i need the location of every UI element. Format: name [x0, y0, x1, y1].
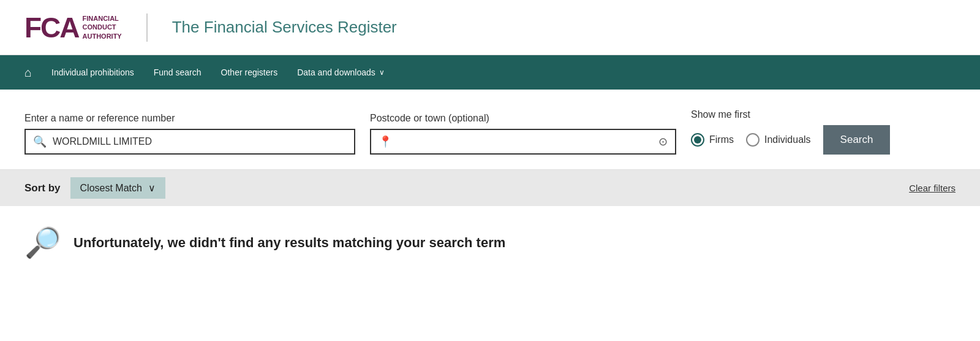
name-search-input[interactable]	[53, 136, 347, 147]
location-pin-icon: 📍	[379, 135, 392, 148]
name-search-label: Enter a name or reference number	[24, 113, 355, 124]
postcode-search-label: Postcode or town (optional)	[370, 113, 676, 124]
nav-data-downloads-chevron-icon: ∨	[379, 68, 385, 77]
postcode-input[interactable]	[398, 136, 652, 147]
radio-individuals-option[interactable]: Individuals	[746, 133, 811, 147]
fca-letters: FCA	[24, 13, 79, 42]
nav-other-registers[interactable]: Other registers	[221, 56, 278, 88]
nav-data-downloads-label: Data and downloads	[297, 67, 375, 77]
no-results-message: Unfortunately, we didn't find any result…	[74, 235, 505, 251]
no-results-icon: 🔎	[24, 226, 61, 260]
sort-chevron-icon: ∨	[148, 182, 156, 194]
radio-firms-inner	[694, 136, 701, 144]
radio-individuals-label: Individuals	[764, 134, 811, 145]
nav-home-icon[interactable]: ⌂	[24, 66, 32, 80]
search-magnifier-icon: 🔍	[33, 135, 47, 148]
filter-bar: Sort by Closest Match ∨ Clear filters	[0, 170, 980, 206]
show-me-group: Show me first Firms Individuals Search	[691, 109, 890, 155]
name-search-input-wrap: 🔍	[24, 129, 355, 155]
sort-dropdown[interactable]: Closest Match ∨	[70, 177, 165, 199]
radio-firms-option[interactable]: Firms	[691, 133, 734, 147]
radio-firms-label: Firms	[709, 134, 734, 145]
name-search-group: Enter a name or reference number 🔍	[24, 113, 355, 155]
radio-individuals-circle[interactable]	[746, 133, 760, 147]
search-area: Enter a name or reference number 🔍 Postc…	[0, 90, 980, 170]
main-nav: ⌂ Individual prohibitions Fund search Ot…	[0, 55, 980, 90]
postcode-input-wrap: 📍 ⊙	[370, 129, 676, 155]
fca-authority-text: FINANCIAL CONDUCT AUTHORITY	[83, 14, 122, 40]
register-title: The Financial Services Register	[172, 18, 397, 37]
clear-filters-button[interactable]: Clear filters	[909, 183, 956, 193]
sort-by-area: Sort by Closest Match ∨	[24, 177, 165, 199]
sort-by-label: Sort by	[24, 182, 61, 194]
nav-data-downloads-dropdown[interactable]: Data and downloads ∨	[297, 56, 385, 88]
nav-fund-search[interactable]: Fund search	[154, 56, 202, 88]
sort-selected-value: Closest Match	[80, 183, 142, 194]
results-area: 🔎 Unfortunately, we didn't find any resu…	[0, 206, 980, 280]
show-me-label: Show me first	[691, 109, 890, 120]
no-results-container: 🔎 Unfortunately, we didn't find any resu…	[24, 226, 956, 260]
search-button[interactable]: Search	[823, 125, 891, 155]
fca-logo: FCA FINANCIAL CONDUCT AUTHORITY	[24, 13, 122, 42]
radio-firms-circle[interactable]	[691, 133, 704, 147]
radio-options-row: Firms Individuals Search	[691, 125, 890, 155]
nav-individual-prohibitions[interactable]: Individual prohibitions	[51, 56, 134, 88]
geolocate-icon[interactable]: ⊙	[658, 135, 668, 148]
postcode-search-group: Postcode or town (optional) 📍 ⊙	[370, 113, 676, 155]
